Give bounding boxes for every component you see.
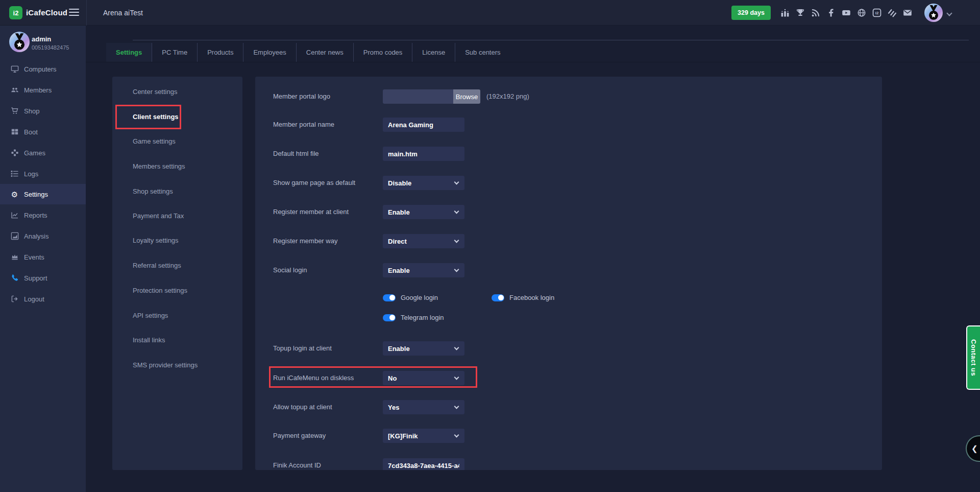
facebook-icon[interactable] bbox=[826, 8, 836, 18]
gear-icon: ⚙ bbox=[10, 191, 19, 198]
contact-us-tab[interactable]: Contact us bbox=[966, 325, 980, 390]
logo-size-note: (192x192 png) bbox=[486, 89, 529, 104]
sidebar-item-support[interactable]: Support bbox=[0, 268, 86, 288]
tab-license[interactable]: License bbox=[412, 43, 455, 62]
sidebar-item-label: Computers bbox=[24, 65, 57, 73]
sidebar-item-logs[interactable]: Logs bbox=[0, 163, 86, 184]
sidebar-item-events[interactable]: Events bbox=[0, 247, 86, 267]
sidebar-item-analysis[interactable]: Analysis bbox=[0, 226, 86, 246]
youtube-icon[interactable] bbox=[841, 8, 851, 18]
crown-icon bbox=[10, 253, 19, 261]
form-row-social-login: Social login Enable bbox=[255, 263, 882, 277]
chevron-down-icon bbox=[454, 209, 459, 214]
sidebar-item-label: Analysis bbox=[24, 232, 48, 240]
chevron-down-icon bbox=[454, 375, 459, 380]
field-label: Member portal logo bbox=[273, 89, 330, 104]
sidebar-user-avatar[interactable] bbox=[9, 32, 30, 52]
form-row-show-game-page: Show game page as default Disable bbox=[255, 176, 882, 190]
page-title: Arena aiTest bbox=[103, 9, 143, 17]
hamburger-menu-icon[interactable] bbox=[69, 9, 79, 17]
sidebar-item-label: Logout bbox=[24, 295, 44, 303]
submenu-payment-and-tax[interactable]: Payment and Tax bbox=[133, 211, 184, 221]
default-html-file-input[interactable] bbox=[383, 147, 464, 161]
sidebar-item-boot[interactable]: Boot bbox=[0, 122, 86, 142]
settings-tabbar: Settings PC Time Products Employees Cent… bbox=[106, 43, 510, 62]
toggle-on-icon bbox=[383, 314, 396, 321]
layers-icon[interactable] bbox=[887, 8, 897, 18]
sidebar-item-members[interactable]: Members bbox=[0, 80, 86, 100]
svg-text:i2: i2 bbox=[875, 11, 878, 15]
sidebar-item-label: Logs bbox=[24, 170, 38, 178]
run-icafemenu-diskless-select[interactable]: No bbox=[383, 371, 464, 385]
submenu-game-settings[interactable]: Game settings bbox=[133, 136, 176, 147]
sidebar-item-logout[interactable]: Logout bbox=[0, 289, 86, 309]
telegram-login-toggle[interactable]: Telegram login bbox=[383, 314, 444, 321]
toggle-on-icon bbox=[492, 294, 504, 301]
tabs-top-divider bbox=[133, 40, 969, 40]
area-chart-icon bbox=[10, 232, 19, 240]
submenu-members-settings[interactable]: Members settings bbox=[133, 161, 185, 172]
form-row-allow-topup: Allow topup at client Yes bbox=[255, 400, 882, 414]
member-portal-name-input[interactable] bbox=[383, 118, 464, 132]
tab-sub-centers[interactable]: Sub centers bbox=[455, 43, 510, 62]
field-label: Social login bbox=[273, 263, 307, 277]
register-member-way-select[interactable]: Direct bbox=[383, 234, 464, 248]
allow-topup-select[interactable]: Yes bbox=[383, 400, 464, 414]
sidebar-item-computers[interactable]: Computers bbox=[0, 59, 86, 79]
rss-icon[interactable] bbox=[811, 8, 820, 18]
chevron-down-icon bbox=[454, 404, 459, 409]
register-member-at-client-select[interactable]: Enable bbox=[383, 205, 464, 219]
collapse-chevron-left-button[interactable]: ❮ bbox=[966, 435, 980, 462]
user-avatar[interactable] bbox=[924, 4, 943, 22]
submenu-sms-provider-settings[interactable]: SMS provider settings bbox=[133, 360, 198, 370]
mail-icon[interactable] bbox=[902, 8, 912, 18]
form-row-member-portal-logo: Member portal logo Browse (192x192 png) bbox=[255, 89, 882, 104]
submenu-install-links[interactable]: Install links bbox=[133, 335, 165, 345]
sidebar-item-label: Support bbox=[24, 274, 47, 282]
user-menu-chevron-down-icon[interactable] bbox=[946, 10, 952, 16]
submenu-shop-settings[interactable]: Shop settings bbox=[133, 186, 173, 197]
icafecloud-site-icon[interactable]: i2 bbox=[872, 8, 881, 18]
logo-file-input[interactable] bbox=[383, 89, 453, 104]
tab-employees[interactable]: Employees bbox=[243, 43, 296, 62]
sidebar-item-reports[interactable]: Reports bbox=[0, 205, 86, 225]
ranking-icon[interactable] bbox=[780, 8, 790, 18]
browse-button[interactable]: Browse bbox=[453, 89, 480, 104]
show-game-page-select[interactable]: Disable bbox=[383, 176, 464, 190]
brand-name: iCafeCloud bbox=[26, 8, 67, 17]
tab-promo-codes[interactable]: Promo codes bbox=[353, 43, 412, 62]
license-days-badge[interactable]: 329 days bbox=[731, 6, 771, 20]
social-login-select[interactable]: Enable bbox=[383, 263, 464, 277]
sidebar-item-label: Settings bbox=[24, 191, 48, 198]
sidebar-item-games[interactable]: Games bbox=[0, 143, 86, 163]
sidebar-item-settings[interactable]: ⚙ Settings bbox=[0, 184, 86, 204]
submenu-center-settings[interactable]: Center settings bbox=[133, 87, 177, 97]
line-chart-icon bbox=[10, 211, 19, 219]
tab-products[interactable]: Products bbox=[197, 43, 243, 62]
sidebar-item-shop[interactable]: Shop bbox=[0, 101, 86, 121]
submenu-loyalty-settings[interactable]: Loyalty settings bbox=[133, 236, 179, 246]
submenu-api-settings[interactable]: API settings bbox=[133, 311, 168, 321]
google-login-toggle[interactable]: Google login bbox=[383, 294, 438, 301]
topup-login-select[interactable]: Enable bbox=[383, 341, 464, 356]
submenu-referral-settings[interactable]: Referral settings bbox=[133, 261, 181, 271]
globe-icon[interactable] bbox=[856, 8, 866, 18]
tab-center-news[interactable]: Center news bbox=[296, 43, 353, 62]
form-row-payment-gateway: Payment gateway [KG]Finik bbox=[255, 429, 882, 443]
submenu-protection-settings[interactable]: Protection settings bbox=[133, 286, 187, 296]
trophy-icon[interactable] bbox=[795, 8, 805, 18]
payment-gateway-select[interactable]: [KG]Finik bbox=[383, 429, 464, 443]
submenu-client-settings[interactable]: Client settings bbox=[133, 112, 179, 122]
form-row-default-html-file: Default html file bbox=[255, 147, 882, 161]
list-icon bbox=[10, 170, 19, 178]
facebook-login-toggle[interactable]: Facebook login bbox=[492, 294, 554, 301]
form-row-finik-account-id: Finik Account ID bbox=[255, 458, 882, 470]
field-label: Topup login at client bbox=[273, 341, 332, 356]
tab-settings[interactable]: Settings bbox=[106, 43, 152, 62]
chevron-down-icon bbox=[454, 433, 459, 438]
chevron-down-icon bbox=[454, 345, 459, 350]
tab-pc-time[interactable]: PC Time bbox=[152, 43, 197, 62]
icafecloud-logo-icon: i2 bbox=[9, 6, 22, 19]
sidebar: admin 005193482475 Computers Members Sho… bbox=[0, 26, 86, 492]
finik-account-id-input[interactable] bbox=[383, 458, 464, 470]
